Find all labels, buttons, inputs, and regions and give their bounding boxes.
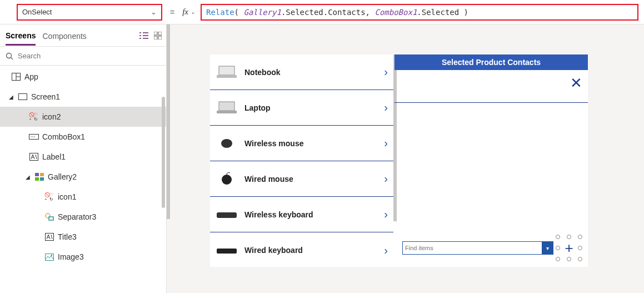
gallery-row[interactable]: Wired mouse › [210,161,393,197]
cancel-heart-icon: 🚫♡+↻ [44,192,54,201]
cancel-heart-icon: 🚫♡+↻ [29,112,39,121]
combobox-icon [29,132,39,141]
svg-rect-7 [158,32,162,35]
tree-view: App ◢ Screen1 🚫♡+↻ icon2 ComboBox1 Label… [0,66,166,293]
svg-rect-47 [217,249,237,254]
svg-point-23 [34,136,34,137]
svg-text:↻: ↻ [34,117,38,121]
chevron-down-icon[interactable]: ▾ [542,241,553,255]
separator-icon [44,212,54,221]
screen-icon [18,92,28,101]
tree-node-icon2[interactable]: 🚫♡+↻ icon2 [0,107,166,127]
chevron-right-icon[interactable]: › [384,101,388,114]
chevron-right-icon[interactable]: › [384,244,388,257]
svg-point-44 [221,139,232,148]
search-icon [6,52,13,60]
tree-view-panel: Screens Components App ◢ [0,24,167,293]
chevron-right-icon[interactable]: › [384,208,388,221]
product-image-wireless-mouse [216,136,238,151]
svg-rect-27 [40,173,44,176]
tree-node-screen1[interactable]: ◢ Screen1 [0,87,166,107]
app-icon [11,72,21,81]
tree-node-icon1[interactable]: 🚫♡+↻ icon1 [0,187,166,207]
chevron-right-icon[interactable]: › [384,137,388,150]
svg-line-25 [36,155,37,159]
svg-rect-8 [154,36,157,39]
svg-rect-28 [35,177,39,181]
svg-rect-9 [158,36,162,39]
svg-rect-43 [217,111,237,113]
add-icon-selected[interactable]: + [558,237,580,259]
chevron-right-icon[interactable]: › [384,172,388,185]
property-name: OnSelect [22,8,52,16]
gallery-icon [34,172,44,181]
product-image-notebook [216,64,238,80]
svg-point-45 [222,175,232,185]
equals-sign: = [168,8,177,17]
gallery-row[interactable]: Wireless keyboard › [210,197,393,232]
tab-screens[interactable]: Screens [6,26,36,46]
fx-button[interactable]: fx ⌄ [182,7,195,17]
app-preview: Notebook › Laptop › Wireless mouse › Wir… [210,54,588,267]
svg-rect-6 [154,32,157,35]
svg-text:+: + [29,117,32,121]
separator-line [395,102,588,103]
contacts-header: Selected Product Contacts [395,54,588,70]
panel-tabs: Screens Components [0,24,166,47]
chevron-right-icon[interactable]: › [384,66,388,78]
product-image-wired-keyboard [216,242,238,258]
svg-rect-40 [219,66,234,75]
gallery-row[interactable]: Wireless mouse › [210,126,393,161]
gallery-row[interactable]: Notebook › [210,54,393,90]
image-icon [44,252,54,261]
svg-rect-26 [35,173,39,176]
svg-rect-29 [40,177,44,181]
search-input[interactable] [18,52,161,60]
svg-point-39 [51,254,52,255]
gallery-row[interactable]: Wired keyboard › [210,232,393,268]
tree-node-image3[interactable]: Image3 [0,247,166,267]
product-image-wired-mouse [216,171,238,187]
tree-node-combobox1[interactable]: ComboBox1 [0,127,166,147]
tree-node-separator3[interactable]: Separator3 [0,207,166,227]
combobox-find-items[interactable]: Find items ▾ [402,241,553,255]
plus-icon: + [565,240,573,257]
product-image-wireless-keyboard [216,207,238,222]
chevron-down-icon: ⌄ [191,9,195,15]
formula-input[interactable]: Relate( Gallery1.Selected.Contacts, Comb… [201,4,638,21]
list-view-icon[interactable] [139,32,148,39]
svg-point-21 [31,136,31,137]
svg-rect-42 [219,102,234,111]
search-row [0,47,166,66]
label-icon [29,152,39,161]
canvas-area[interactable]: Notebook › Laptop › Wireless mouse › Wir… [167,24,644,293]
chevron-down-icon: ⌄ [151,8,157,16]
formula-bar: OnSelect ⌄ = fx ⌄ Relate( Gallery1.Selec… [0,0,644,24]
gallery-row[interactable]: Laptop › [210,90,393,126]
svg-text:↻: ↻ [49,197,53,201]
product-image-laptop [216,100,238,116]
svg-text:+: + [44,197,47,201]
tree-node-label1[interactable]: Label1 [0,147,166,167]
collapse-icon[interactable]: ◢ [8,94,14,100]
svg-point-34 [46,213,50,218]
property-dropdown[interactable]: OnSelect ⌄ [17,4,162,21]
contacts-panel: Selected Product Contacts ✕ Find items ▾ [395,54,588,267]
svg-rect-20 [29,135,39,140]
tab-components[interactable]: Components [42,26,86,44]
collapse-icon[interactable]: ◢ [24,174,31,180]
grid-view-icon[interactable] [154,32,162,39]
tree-node-app[interactable]: App [0,67,166,87]
svg-line-11 [11,57,13,59]
svg-line-37 [51,235,52,239]
close-icon[interactable]: ✕ [570,75,582,92]
svg-rect-41 [217,75,237,78]
tree-node-title3[interactable]: Title3 [0,227,166,247]
svg-rect-15 [19,94,27,100]
gallery-control[interactable]: Notebook › Laptop › Wireless mouse › Wir… [210,54,395,267]
tree-node-gallery2[interactable]: ◢ Gallery2 [0,167,166,187]
scrollbar[interactable] [162,97,165,208]
svg-point-22 [32,136,33,137]
scrollbar[interactable] [167,24,170,219]
svg-rect-46 [217,212,237,218]
